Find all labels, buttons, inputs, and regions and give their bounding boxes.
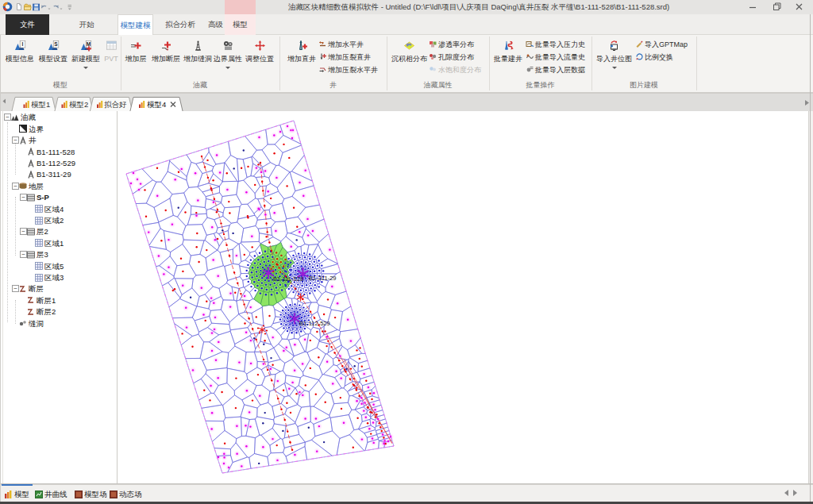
- svg-text:S: S: [54, 41, 58, 47]
- svg-text:拟合好: 拟合好: [104, 100, 127, 109]
- svg-text:模型4: 模型4: [147, 100, 166, 109]
- svg-text:B1-311-29: B1-311-29: [309, 275, 336, 282]
- svg-text:模型1: 模型1: [31, 100, 50, 109]
- svg-text:I: I: [21, 41, 23, 47]
- svg-text:B1-112-529: B1-112-529: [299, 320, 330, 327]
- svg-text:模型2: 模型2: [69, 100, 88, 109]
- svg-text:B1-111-528: B1-111-528: [273, 275, 303, 283]
